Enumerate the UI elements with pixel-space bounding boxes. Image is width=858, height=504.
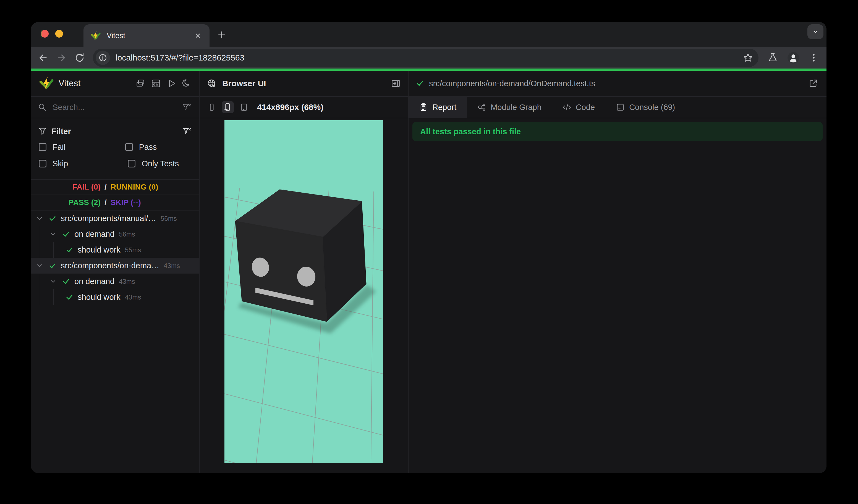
tab-report[interactable]: Report (409, 97, 467, 118)
pass-check-icon (65, 246, 73, 254)
chevron-down-icon[interactable] (49, 278, 57, 285)
summary-skip: SKIP (--) (111, 198, 141, 207)
vitest-favicon-icon (91, 31, 101, 40)
filter-label-pass[interactable]: Pass (139, 143, 157, 152)
tree-row-file-selected[interactable]: src/components/on-dema… 43ms (31, 258, 199, 274)
device-preset-tablet-icon[interactable] (238, 101, 250, 113)
test-duration: 43ms (119, 278, 135, 286)
pass-check-icon (49, 215, 57, 223)
filter-label-skip[interactable]: Skip (52, 159, 68, 168)
clear-filter-icon[interactable] (182, 102, 191, 112)
summary-running: RUNNING (0) (111, 183, 158, 192)
device-preset-phone-icon[interactable] (222, 101, 234, 113)
pass-check-icon (65, 293, 73, 301)
suite-name: on demand (74, 277, 114, 286)
open-external-icon[interactable] (808, 79, 818, 88)
sidebar-header: Vitest (31, 71, 199, 97)
dock-panel-icon[interactable] (391, 79, 401, 88)
suite-name: on demand (74, 230, 114, 239)
test-progress-bar (31, 68, 826, 71)
checkbox-pass[interactable] (125, 143, 133, 151)
test-duration: 43ms (125, 293, 141, 301)
vitest-ui: Vitest (31, 71, 826, 473)
new-tab-button[interactable] (217, 30, 227, 40)
tab-search-button[interactable] (807, 24, 824, 39)
tab-console[interactable]: Console (69) (605, 97, 685, 118)
filter-label-only-tests[interactable]: Only Tests (142, 159, 179, 168)
search-input[interactable]: Search... (52, 103, 175, 112)
preview-3d-scene (224, 120, 383, 463)
tree-indent-guide (40, 226, 41, 242)
forward-button[interactable] (55, 52, 67, 64)
browser-tab[interactable]: Vitest (83, 24, 209, 47)
test-duration: 43ms (164, 262, 180, 270)
report-layout-icon[interactable] (151, 79, 161, 88)
filter-panel: Filter Fail Pass Skip Only Tests (31, 118, 199, 180)
test-file-path: src/components/on-demand/OnDemand.test.t… (429, 79, 808, 88)
sidebar: Vitest (31, 71, 200, 473)
filter-label-fail[interactable]: Fail (52, 143, 65, 152)
tab-code-label: Code (576, 103, 595, 112)
minimize-window-button[interactable] (55, 30, 63, 37)
chevron-down-icon[interactable] (36, 262, 43, 270)
device-preset-small-phone-icon[interactable] (206, 101, 218, 113)
url-text[interactable]: localhost:5173/#/?file=1828625563 (115, 53, 743, 63)
tree-indent-guide (40, 242, 41, 258)
funnel-icon (38, 127, 47, 136)
reload-button[interactable] (74, 52, 86, 64)
checkbox-only-tests[interactable] (128, 160, 136, 167)
tree-row-file[interactable]: src/components/manual/… 56ms (31, 211, 199, 226)
tab-close-icon[interactable] (193, 31, 202, 40)
globe-icon (207, 79, 217, 88)
clear-filter-icon[interactable] (182, 127, 191, 136)
address-bar[interactable]: localhost:5173/#/?file=1828625563 (93, 49, 759, 67)
clipboard-icon (419, 103, 428, 112)
tree-row-suite[interactable]: on demand 43ms (31, 274, 199, 289)
window-controls (41, 30, 63, 37)
close-window-button[interactable] (41, 30, 49, 37)
summary-slash: / (105, 183, 107, 192)
experiments-flask-icon[interactable] (767, 52, 779, 64)
file-pass-check-icon (416, 79, 424, 87)
viewport-toolbar: 414x896px (68%) (200, 97, 408, 118)
test-name: should work (78, 293, 121, 302)
run-all-play-icon[interactable] (166, 79, 176, 88)
back-button[interactable] (37, 52, 49, 64)
dashboard-windows-icon[interactable] (136, 79, 145, 88)
chevron-down-icon[interactable] (49, 231, 57, 238)
tree-indent-guide (53, 289, 54, 305)
test-file-name: src/components/on-dema… (61, 261, 159, 270)
maximize-window-button[interactable] (41, 30, 42, 37)
console-icon (616, 103, 625, 112)
chevron-down-icon (811, 28, 820, 36)
tab-module-graph[interactable]: Module Graph (467, 97, 552, 118)
test-file-name: src/components/manual/… (61, 214, 156, 223)
site-info-icon[interactable] (96, 51, 110, 65)
test-summary: FAIL (0) / RUNNING (0) PASS (2) / SKIP (… (31, 180, 199, 211)
browser-toolbar: localhost:5173/#/?file=1828625563 (31, 47, 826, 68)
test-tree: src/components/manual/… 56ms on demand 5… (31, 211, 199, 473)
summary-fail: FAIL (0) (31, 183, 101, 192)
tab-code[interactable]: Code (552, 97, 605, 118)
bookmark-star-icon[interactable] (743, 52, 753, 63)
report-panel: src/components/on-demand/OnDemand.test.t… (409, 71, 826, 473)
tree-row-test[interactable]: should work 55ms (31, 242, 199, 258)
browser-ui-panel: Browser UI 414x896px (68%) (200, 71, 409, 473)
checkbox-skip[interactable] (39, 160, 46, 167)
tree-row-test[interactable]: should work 43ms (31, 289, 199, 305)
code-icon (562, 103, 571, 112)
pass-check-icon (62, 278, 70, 286)
menu-kebab-icon[interactable] (808, 52, 820, 64)
test-duration: 56ms (161, 215, 177, 223)
dark-mode-moon-icon[interactable] (182, 79, 192, 88)
search-bar[interactable]: Search... (31, 97, 199, 118)
checkbox-fail[interactable] (39, 143, 46, 151)
preview-viewport[interactable] (224, 120, 383, 463)
test-duration: 56ms (119, 230, 135, 238)
tree-indent-guide (53, 242, 54, 258)
pass-check-icon (62, 230, 70, 238)
chevron-down-icon[interactable] (36, 215, 43, 222)
profile-avatar-icon[interactable] (787, 52, 799, 64)
module-graph-icon (477, 103, 486, 112)
tree-row-suite[interactable]: on demand 56ms (31, 226, 199, 242)
